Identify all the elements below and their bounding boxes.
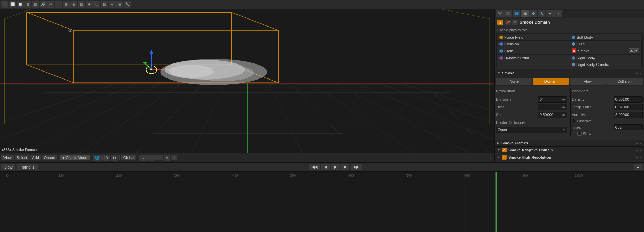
view-render[interactable]: ⬡	[102, 155, 110, 161]
render-icon-btn[interactable]: 📷	[496, 10, 504, 17]
toolbar-icon-17[interactable]: 🔧	[124, 1, 131, 8]
density-input[interactable]: 0.00100	[614, 96, 643, 103]
toolbar-icon-11[interactable]: ⊟	[78, 1, 85, 8]
main-content: View Select Add Object ● Object Mode 🌐 ⬡…	[0, 9, 644, 162]
temp-diff-input[interactable]: 0.02000	[614, 104, 643, 110]
object-menu[interactable]: Object	[42, 155, 57, 160]
toolbar-icon-10[interactable]: ⊞	[70, 1, 77, 8]
panel-top-icons: 📷 🎬 🌐 ▣ 🔗 🔧 ✦ ⚛	[495, 9, 644, 18]
panel-scroll-area[interactable]: 🔥 📌 👁 Smoke Domain Enable physics for: F…	[495, 18, 644, 162]
smoke-render-btn[interactable]: 📷	[634, 48, 639, 53]
scale-value: 0.50000	[540, 113, 553, 117]
physics-force-field[interactable]: Force Field	[497, 34, 569, 40]
toolbar-icon-7[interactable]: ✏	[47, 1, 54, 8]
add-menu[interactable]: Add	[30, 155, 41, 160]
snap-btn[interactable]: ⊕	[139, 155, 147, 161]
divisions-input[interactable]: 64 ◀▶	[538, 96, 567, 103]
highres-enabled-check[interactable]: ✓	[502, 155, 507, 160]
viewport-3d[interactable]: View Select Add Object ● Object Mode 🌐 ⬡…	[0, 9, 494, 162]
timeline-start-btn[interactable]: ◀◀	[309, 164, 320, 170]
toolbar-icon-3[interactable]: 🔲	[17, 1, 24, 8]
manipulator-btn[interactable]: ↕	[171, 155, 177, 160]
pivot-btn[interactable]: ⌖	[164, 155, 170, 161]
separator-1	[59, 155, 59, 160]
smoke-flames-section[interactable]: ▶ Smoke Flames ••••	[495, 140, 644, 146]
particles-icon-btn[interactable]: ✦	[546, 10, 554, 17]
timeline-play-btn[interactable]: ▶	[331, 164, 340, 170]
physics-smoke[interactable]: ✕ Smoke 👁 📷	[569, 47, 641, 54]
modifiers-icon-btn[interactable]: 🔧	[538, 10, 545, 17]
adaptive-enabled-check[interactable]: ✓	[502, 148, 507, 152]
separator-3	[119, 155, 120, 160]
timeline-next-btn[interactable]: ▶	[341, 164, 349, 170]
timeline-frame-btn[interactable]: Frame: 1	[17, 164, 38, 170]
smoke-tab-domain[interactable]: Domain	[533, 78, 569, 85]
svg-text:100: 100	[574, 174, 583, 177]
toolbar-icon-9[interactable]: ⊕	[63, 1, 70, 8]
border-input[interactable]: Open ▼	[496, 127, 567, 133]
physics-rigid-body-constraint[interactable]: Rigid Body Constraint	[569, 61, 641, 68]
highres-dots: ••••	[636, 156, 641, 159]
scene-3d-canvas	[0, 9, 494, 153]
physics-rigid-body[interactable]: Rigid Body	[569, 55, 641, 61]
view-solid[interactable]: ⊡	[111, 155, 118, 161]
smoke-eye-btn[interactable]: 👁	[629, 48, 634, 53]
timeline-settings-btn[interactable]: ⚙	[634, 164, 643, 170]
physics-icon-btn[interactable]: ⚛	[554, 10, 562, 17]
timeline-area[interactable]: 0 10 20 30 40 50 60 70 80 90 100	[0, 172, 644, 232]
mode-btn[interactable]: ● Object Mode	[60, 155, 90, 160]
res-behavior-grid: Resolution: Divisions: 64 ◀▶ Time: ◀	[495, 86, 644, 138]
toolbar-icon-2[interactable]: ⬜	[9, 1, 16, 8]
vorticity-input[interactable]: 2.00000	[614, 112, 643, 118]
timeline-prev-btn[interactable]: ◀	[321, 164, 330, 170]
physics-cloth[interactable]: Cloth	[497, 47, 569, 54]
svg-text:50: 50	[290, 174, 296, 177]
svg-text:10: 10	[58, 174, 64, 177]
scale-label: Scale:	[496, 113, 538, 117]
view-menu[interactable]: View	[1, 155, 14, 160]
toolbar-icon-12[interactable]: ✦	[86, 1, 93, 8]
smoke-tab-flow[interactable]: Flow	[570, 78, 606, 85]
global-btn[interactable]: Global	[121, 155, 137, 160]
physics-fluid[interactable]: Fluid	[569, 41, 641, 47]
view-type[interactable]: 🌐	[93, 155, 102, 161]
timeline-end-btn[interactable]: ▶▶	[351, 164, 362, 170]
toolbar-icon-6[interactable]: 🔗	[40, 1, 47, 8]
proportional-btn[interactable]: ⊙	[147, 155, 155, 161]
smoke-highres-section[interactable]: ▼ ✓ Smoke High Resolution ••••	[495, 154, 644, 161]
scale-input[interactable]: 0.50000 ◀▶	[538, 112, 567, 118]
smoke-toggle-btns: 👁 📷	[629, 48, 639, 53]
constraints-icon-btn[interactable]: 🔗	[529, 10, 537, 17]
slow-checkbox[interactable]	[577, 132, 582, 136]
physics-soft-body[interactable]: Soft Body	[569, 34, 641, 40]
rigid-body-dot	[572, 56, 575, 60]
toolbar-icon-13[interactable]: ⬡	[93, 1, 100, 8]
toolbar-icon-5[interactable]: ⊞	[32, 1, 39, 8]
time-input[interactable]: ◀▶	[538, 104, 567, 110]
separator-2	[91, 155, 91, 160]
physics-dynamic-paint[interactable]: Dynamic Paint	[497, 55, 569, 61]
dissolve-checkbox[interactable]	[572, 119, 576, 123]
select-menu[interactable]: Select	[15, 155, 30, 160]
divider-1	[496, 139, 643, 139]
timeline-view-btn[interactable]: View	[1, 164, 15, 170]
view-icon-btn[interactable]: 👁	[512, 20, 518, 25]
smoke-section-header[interactable]: ▼ Smoke ••••	[495, 69, 644, 76]
world-icon-btn[interactable]: 🌐	[513, 10, 520, 17]
toolbar-icon-8[interactable]: ⛶	[55, 1, 62, 8]
physics-collision[interactable]: Collision	[497, 41, 569, 47]
toolbar-icon-16[interactable]: ⊞	[116, 1, 123, 8]
smoke-tab-collision[interactable]: Collision	[606, 78, 643, 85]
toolbar-icon-14[interactable]: ⊡	[101, 1, 108, 8]
toolbar-icon-4[interactable]: ⊕	[24, 1, 31, 8]
smoke-adaptive-section[interactable]: ▼ ✓ Smoke Adaptive Domain ••••	[495, 146, 644, 154]
border-value: Open	[498, 128, 507, 132]
transform-btn[interactable]: ⛶	[155, 155, 163, 160]
behavior-time-input[interactable]: 682	[614, 124, 643, 130]
object-icon-btn[interactable]: ▣	[521, 10, 529, 17]
pin-icon-btn[interactable]: 📌	[505, 20, 511, 25]
toolbar-icon-15[interactable]: ⌖	[109, 1, 116, 8]
scene-icon-btn[interactable]: 🎬	[504, 10, 512, 17]
toolbar-icon-1[interactable]: ⬛	[1, 1, 8, 8]
smoke-tab-none[interactable]: None	[496, 78, 532, 85]
